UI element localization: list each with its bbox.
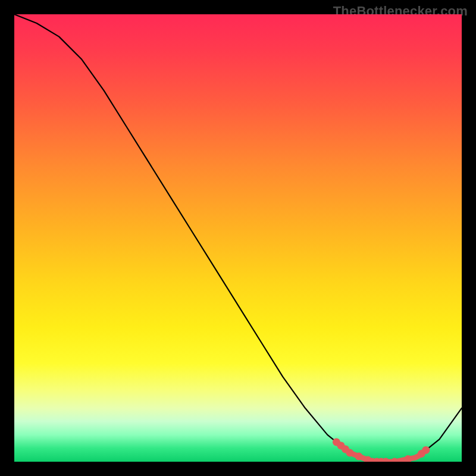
highlight-point — [391, 458, 399, 462]
highlight-group — [333, 438, 430, 462]
chart-frame: TheBottlenecker.com — [0, 0, 476, 476]
highlight-point — [346, 449, 354, 457]
curve-layer — [14, 14, 462, 462]
highlight-point — [355, 453, 363, 461]
bottleneck-curve-path — [14, 14, 462, 462]
plot-area — [14, 14, 462, 462]
highlight-point — [422, 446, 430, 454]
